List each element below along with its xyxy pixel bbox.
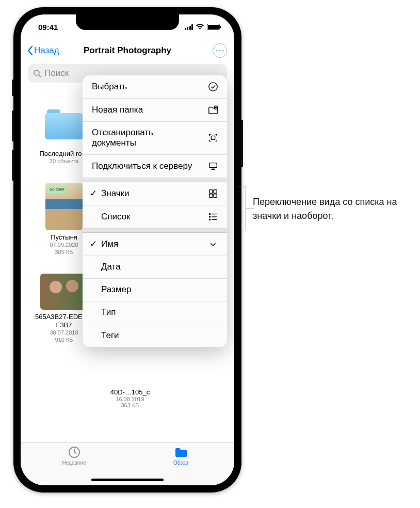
tile-name: 40D-…105_c — [99, 388, 161, 396]
svg-rect-13 — [209, 194, 213, 197]
menu-sort-tags[interactable]: Теги — [83, 324, 227, 347]
svg-point-1 — [219, 50, 220, 51]
grid-icon — [207, 188, 219, 199]
battery-icon — [207, 24, 220, 30]
menu-label: Теги — [101, 330, 119, 341]
search-icon — [33, 69, 41, 77]
menu-label: Отсканировать документы — [92, 128, 195, 149]
menu-sort-type[interactable]: Тип — [83, 301, 227, 324]
menu-label: Тип — [101, 307, 116, 318]
menu-connect-server[interactable]: Подключиться к серверу — [83, 155, 227, 178]
folder-plus-icon — [207, 104, 219, 116]
status-time: 09:41 — [38, 23, 58, 31]
list-icon — [207, 211, 219, 223]
tab-label: Обзор — [173, 460, 188, 466]
callout-text: Переключение вида со списка на значки и … — [253, 195, 408, 223]
menu-label: Дата — [101, 262, 121, 272]
menu-view-icons[interactable]: ✓Значки — [83, 182, 227, 205]
chevron-left-icon — [27, 45, 33, 56]
checkmark-icon: ✓ — [90, 239, 97, 249]
clock-icon — [67, 446, 82, 459]
menu-label: Размер — [101, 284, 131, 295]
checkmark-icon: ✓ — [90, 188, 97, 199]
photo-thumb — [45, 183, 83, 230]
status-icons — [185, 24, 220, 30]
menu-select[interactable]: Выбрать — [83, 75, 227, 99]
callout: Переключение вида со списка на значки и … — [253, 179, 408, 223]
more-button[interactable] — [213, 43, 227, 58]
menu-label: Имя — [101, 239, 118, 249]
svg-line-4 — [39, 75, 41, 77]
page-title: Portrait Photography — [84, 45, 171, 56]
svg-point-2 — [222, 50, 223, 51]
menu-view-list[interactable]: Список — [83, 205, 227, 229]
menu-label: Подключиться к серверу — [92, 161, 192, 171]
callout-bracket — [238, 186, 254, 231]
ellipsis-icon — [216, 50, 224, 52]
wifi-icon — [196, 24, 204, 30]
chevron-down-icon — [207, 239, 219, 250]
menu-sort-name[interactable]: ✓Имя — [83, 233, 227, 256]
menu-sort-size[interactable]: Размер — [83, 279, 227, 301]
tab-bar: Недавние Обзор — [21, 442, 234, 485]
menu-label: Значки — [101, 188, 130, 199]
folder-icon — [174, 446, 188, 459]
svg-point-0 — [216, 50, 217, 51]
svg-point-19 — [209, 219, 211, 220]
search-placeholder: Поиск — [44, 68, 69, 78]
svg-rect-12 — [214, 190, 217, 193]
svg-point-17 — [209, 216, 211, 217]
menu-sort-date[interactable]: Дата — [83, 256, 227, 279]
back-button[interactable]: Назад — [27, 45, 59, 56]
menu-new-folder[interactable]: Новая папка — [83, 99, 227, 122]
home-indicator[interactable] — [91, 479, 164, 481]
svg-rect-8 — [209, 163, 217, 167]
svg-point-15 — [209, 213, 211, 214]
select-icon — [207, 81, 219, 92]
menu-label: Выбрать — [92, 82, 127, 92]
context-menu: Выбрать Новая папка Отсканировать докуме… — [83, 75, 227, 347]
tab-label: Недавние — [62, 460, 86, 466]
tile-date: 16.08.2019 — [99, 396, 161, 402]
tile-size: 363 КБ — [99, 402, 161, 408]
folder-icon — [44, 109, 84, 139]
back-label: Назад — [34, 45, 59, 56]
menu-scan[interactable]: Отсканировать документы — [83, 122, 227, 155]
cellular-icon — [185, 24, 193, 30]
svg-rect-11 — [209, 190, 213, 193]
svg-rect-14 — [214, 194, 217, 197]
photo-thumb — [40, 274, 88, 310]
navigation-bar: Назад Portrait Photography — [21, 39, 234, 62]
server-icon — [207, 161, 219, 172]
menu-label: Новая папка — [92, 105, 143, 115]
svg-rect-7 — [211, 136, 215, 140]
file-tile[interactable]: 40D-…105_c 16.08.2019 363 КБ — [99, 388, 161, 408]
scan-icon — [207, 132, 219, 144]
svg-point-5 — [209, 83, 217, 91]
menu-label: Список — [101, 212, 131, 222]
